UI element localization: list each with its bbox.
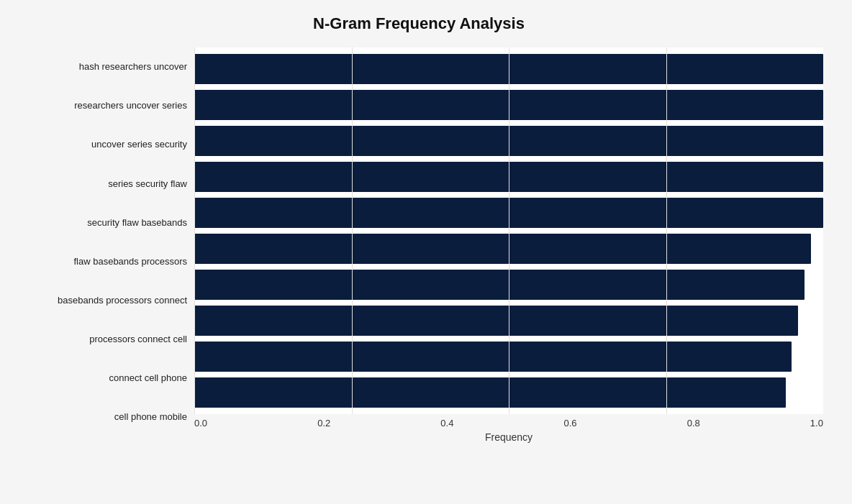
chart-area: hash researchers uncoverresearchers unco… — [14, 47, 823, 436]
y-axis-label: flaw basebands processors — [14, 242, 187, 280]
x-tick: 0.6 — [564, 418, 577, 429]
y-axis-label: researchers uncover series — [14, 86, 187, 125]
bar-row — [194, 123, 823, 159]
bar-row — [194, 375, 823, 411]
bars-and-x: 0.00.20.40.60.81.0 Frequency — [194, 47, 823, 436]
y-axis-label: security flaw basebands — [14, 203, 187, 242]
x-ticks: 0.00.20.40.60.81.0 — [194, 414, 823, 429]
x-axis: 0.00.20.40.60.81.0 Frequency — [194, 414, 823, 443]
bar-row — [194, 231, 823, 267]
bar-row — [194, 51, 823, 87]
y-axis-label: processors connect cell — [14, 320, 187, 359]
x-tick: 1.0 — [810, 418, 823, 429]
y-axis-label: series security flaw — [14, 164, 187, 203]
bar — [194, 54, 823, 84]
y-axis-label: cell phone mobile — [14, 398, 187, 436]
bar — [194, 342, 792, 372]
bar — [194, 126, 823, 156]
bar — [194, 377, 786, 408]
bar — [194, 306, 798, 336]
x-axis-label: Frequency — [485, 431, 532, 443]
bar — [194, 270, 805, 300]
bar — [194, 234, 811, 264]
bar-row — [194, 267, 823, 303]
bar-row — [194, 159, 823, 195]
y-axis-label: uncover series security — [14, 125, 187, 164]
y-axis-label: basebands processors connect — [14, 281, 187, 320]
y-axis-label: hash researchers uncover — [14, 47, 187, 86]
x-tick: 0.0 — [194, 418, 207, 429]
bar-row — [194, 87, 823, 123]
bar-row — [194, 303, 823, 339]
y-axis: hash researchers uncoverresearchers unco… — [14, 47, 194, 436]
x-tick: 0.2 — [317, 418, 330, 429]
bar — [194, 162, 823, 192]
y-axis-label: connect cell phone — [14, 359, 187, 398]
bar-row — [194, 339, 823, 375]
bars-area — [194, 47, 823, 414]
bar-row — [194, 195, 823, 231]
chart-container: N-Gram Frequency Analysis hash researche… — [0, 0, 852, 504]
chart-title: N-Gram Frequency Analysis — [14, 14, 823, 33]
x-tick: 0.4 — [440, 418, 453, 429]
bar — [194, 90, 823, 120]
x-tick: 0.8 — [687, 418, 700, 429]
bar — [194, 198, 823, 228]
